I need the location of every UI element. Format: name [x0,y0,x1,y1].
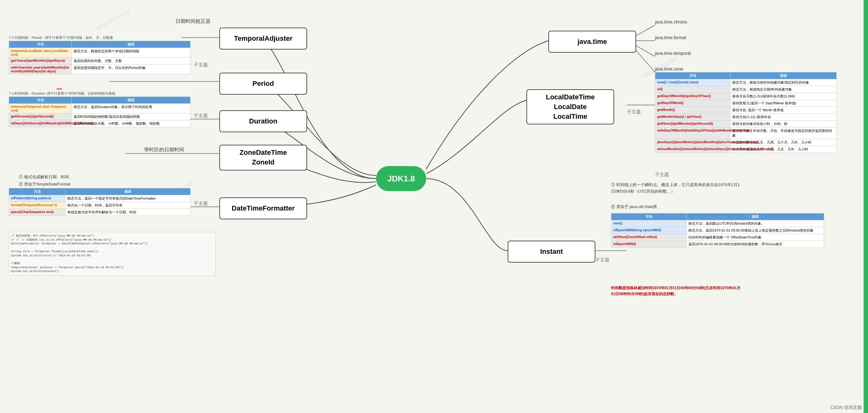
instant-label: Instant [540,248,563,256]
zone-datetime-desc: 带时区的日期时间 [144,147,184,153]
zone-datetime-node: ZoneDateTime ZoneId [219,145,307,170]
local-dt-sub-label: 子主题 [627,109,641,115]
period-table: 方法 描述 between(LocalDate start,LocalDate … [9,41,190,74]
svg-line-3 [633,47,655,72]
zone-datetime-label: ZoneDateTime ZoneId [239,148,287,167]
right-green-bar [864,0,868,413]
svg-line-0 [633,25,655,38]
instant-table: 方法 描述 now() 静态方法，返回默认UTC时区的Instant类的对象。 … [611,213,824,248]
dtf-node: DateTimeFormatter [219,197,307,219]
duration-new-label: new [56,87,62,91]
instant-sub-label: 子主题 [595,257,610,263]
main-canvas: MindMaster MindMaster MindMaster MindMas… [0,0,868,413]
footer: CSDN @高芝颜 [830,405,862,411]
instant-info-2: ② 类似于 java.util.Date类 [611,204,657,210]
period-node: Period [219,73,307,95]
temporal-adjuster-node: TemporalAdjuster [219,28,307,50]
duration-sub-label: 子主题 [194,113,208,119]
duration-table: 方法 描述 between(Temporal start,Temporal en… [9,97,190,127]
local-dt-node: LocalDateTime LocalDate LocalTime [526,89,614,124]
java-time-sub-3: java.time.temporal [655,51,691,56]
java-time-label: java.time [578,38,607,46]
local-dt-label: LocalDateTime LocalDate LocalTime [546,92,595,121]
instant-info-1: ① 时间线上的一个瞬时点。概念上讲，它只是简单的表示自1970年1月1日0时0分… [611,182,743,195]
period-note: 7.3 日期间隔：Period --用于计算两个*日期*间隔，如年、月、日数量 [9,35,113,40]
dtf-info-1: ① 格式化或解析日期、时间 [19,174,69,181]
temporal-adjuster-desc: 日期时间校正器 [176,18,211,25]
center-node-label: JDK1.8 [387,174,415,184]
instant-note-text: 时间戳是指格林威治时间1970年01月01日00时00分00秒(北京时间1970… [611,286,741,296]
dtf-info-2: ② 类似于SimpleDateFormat [19,181,70,188]
dtf-label: DateTimeFormatter [231,204,294,213]
local-dt-sub-label-2: 子主题 [655,172,669,178]
duration-node: Duration [219,110,307,132]
instant-node: Instant [508,241,595,263]
svg-line-2 [633,44,655,56]
java-time-sub-2: java.time.format [655,35,686,40]
center-node: JDK1.8 [376,166,426,191]
local-dt-table: 方法 描述 now() / now(ZoneId zone) 静态方法，根据当前… [655,72,837,153]
duration-note: 7.2 时间间隔：Duration--用于计算两个*时间*间隔，以秒和纳秒为基础 [9,91,115,96]
java-time-node: java.time [548,31,636,53]
java-time-sub-1: java.time.chrono [655,20,687,25]
dtf-code-block: // 格式化时间：Sfc.ofPattern("yyyy-MM-dd HH:mm… [9,232,216,276]
dtf-table: 方法 描述 ofPattern(String pattern) 静态方法，返回一… [9,188,190,216]
dtf-sub-label: 子主题 [194,200,208,206]
instant-note: 时间戳是指格林威治时间1970年01月01日00时00分00秒(北京时间1970… [611,285,743,297]
duration-label: Duration [249,117,277,125]
period-sub-label: 子主题 [194,62,208,68]
temporal-adjuster-label: TemporalAdjuster [234,34,293,43]
period-label: Period [253,80,274,88]
java-time-sub-4: java.time.zone [655,66,683,71]
